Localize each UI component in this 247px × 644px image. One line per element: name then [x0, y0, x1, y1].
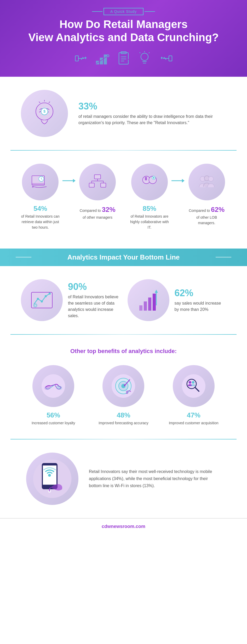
- text-62-sales: say sales would increase by more than 20…: [175, 300, 226, 313]
- comparison-32: Compared to 32% of other managers: [78, 164, 117, 220]
- hands-right-icon: [158, 51, 173, 66]
- section-comparison: 54% of Retail Innovators can retrieve da…: [0, 151, 247, 249]
- svg-point-46: [37, 298, 39, 300]
- svg-rect-30: [101, 183, 106, 187]
- text-54: of Retail Innovators can retrieve data w…: [21, 214, 60, 230]
- benefit-loyalty: 56% Increased customer loyalty: [21, 365, 86, 426]
- main-title: How Do Retail Managers View Analytics an…: [5, 18, 242, 44]
- svg-rect-5: [119, 53, 128, 64]
- svg-rect-52: [139, 305, 142, 311]
- svg-rect-3: [104, 55, 107, 64]
- footer: cdwnewsroom.com: [0, 518, 247, 535]
- svg-point-77: [48, 474, 51, 477]
- impact-62: 62% say sales would increase by more tha…: [128, 279, 226, 321]
- benefit-forecasting: 48% Improved forecasting accuracy: [91, 365, 156, 426]
- search-people-icon: [173, 365, 215, 407]
- clipboard-icon: [116, 51, 131, 66]
- stat-row-33: $ 33% of retail managers consider the ab…: [21, 90, 226, 137]
- pct-48: 48%: [91, 411, 156, 419]
- pct-54: 54%: [21, 205, 60, 213]
- svg-point-10: [141, 53, 148, 60]
- svg-point-47: [41, 300, 43, 302]
- svg-rect-53: [144, 301, 147, 311]
- footer-url: cdwnewsroom.com: [5, 524, 242, 529]
- svg-point-48: [45, 295, 47, 297]
- label-47: Improved customer acquisition: [161, 420, 226, 426]
- svg-point-64: [121, 384, 125, 388]
- arrow-right-2: [171, 177, 185, 185]
- analytics-banner: Analytics Impact Your Bottom Line: [0, 249, 247, 266]
- label-48: Improved forecasting accuracy: [91, 420, 156, 426]
- text-90: of Retail Innovators believe the seamles…: [68, 294, 120, 319]
- svg-line-12: [149, 52, 150, 53]
- svg-rect-14: [169, 56, 172, 61]
- svg-rect-54: [148, 298, 151, 311]
- svg-point-72: [192, 381, 194, 384]
- target-icon: [102, 365, 144, 407]
- svg-rect-55: [153, 294, 156, 311]
- org-chart-icon: [79, 164, 116, 200]
- benefits-title: Other top benefits of analytics include:: [21, 348, 226, 355]
- chart-icon: [95, 51, 111, 66]
- svg-marker-27: [73, 179, 76, 183]
- svg-line-13: [140, 52, 140, 53]
- text-85: of Retail Innovators are highly collabor…: [130, 214, 169, 230]
- handshake-icon: [32, 365, 74, 407]
- svg-rect-0: [75, 56, 78, 61]
- pct-85: 85%: [130, 205, 169, 213]
- section-analytics-impact: $ 90% of Retail Innovators believe the s…: [0, 266, 247, 334]
- svg-line-19: [49, 102, 50, 103]
- section-33-percent: $ 33% of retail managers consider the ab…: [0, 77, 247, 150]
- svg-point-49: [49, 293, 51, 295]
- analytics-sales-icon: $: [21, 279, 63, 321]
- compared-to-label-2: Compared to 62% of other LOB managers.: [187, 205, 226, 226]
- svg-rect-67: [126, 391, 128, 394]
- compared-to-label-1: Compared to 32% of other managers: [78, 205, 117, 220]
- header-section: A Quick Study How Do Retail Managers Vie…: [0, 0, 247, 77]
- impact-row: $ 90% of Retail Innovators believe the s…: [21, 279, 226, 321]
- svg-point-4: [107, 55, 109, 57]
- collaboration-icon: [131, 164, 168, 200]
- stat-33-content: 33% of retail managers consider the abil…: [78, 101, 226, 126]
- benefits-grid: 56% Increased customer loyalty: [21, 365, 226, 426]
- data-retrieve-icon: [22, 164, 59, 200]
- impact-62-content: 62% say sales would increase by more tha…: [175, 288, 226, 313]
- svg-rect-28: [94, 175, 101, 179]
- section-benefits: Other top benefits of analytics include:…: [0, 335, 247, 439]
- pct-32: 32%: [102, 206, 116, 213]
- svg-rect-29: [89, 183, 94, 187]
- stat-33-text: of retail managers consider the ability …: [78, 113, 226, 126]
- svg-point-38: [153, 177, 154, 179]
- impact-90: $ 90% of Retail Innovators believe the s…: [21, 279, 120, 321]
- svg-rect-39: [145, 177, 147, 180]
- comparison-62-people: Compared to 62% of other LOB managers.: [187, 164, 226, 226]
- badge: A Quick Study: [104, 8, 143, 15]
- impact-90-content: 90% of Retail Innovators believe the sea…: [68, 281, 120, 319]
- banner-text: Analytics Impact Your Bottom Line: [10, 253, 237, 261]
- svg-point-44: [208, 176, 213, 181]
- svg-text:$: $: [43, 109, 45, 113]
- pct-90: 90%: [68, 281, 120, 292]
- people-icon: [188, 164, 225, 200]
- svg-text:$: $: [35, 304, 36, 307]
- stat-33-pct: 33%: [78, 101, 226, 112]
- brain-dollar-icon: $: [21, 90, 68, 137]
- svg-point-58: [42, 374, 65, 398]
- hands-left-icon: [74, 51, 90, 66]
- pct-47: 47%: [161, 411, 226, 419]
- header-icons: [5, 51, 242, 66]
- comparison-54: 54% of Retail Innovators can retrieve da…: [21, 164, 60, 230]
- section-mobile: Retail Innovators say their most well-re…: [0, 439, 247, 518]
- mobile-text: Retail Innovators say their most well-re…: [89, 468, 221, 489]
- label-56: Increased customer loyalty: [21, 420, 86, 426]
- svg-marker-41: [182, 179, 185, 183]
- comparison-grid: 54% of Retail Innovators can retrieve da…: [21, 164, 226, 230]
- pct-62-lob: 62%: [211, 206, 225, 213]
- svg-line-20: [39, 102, 40, 103]
- growth-chart-icon: [128, 279, 169, 321]
- svg-rect-22: [32, 183, 44, 185]
- arrow-right-1: [62, 177, 76, 185]
- lightbulb-icon: [137, 51, 152, 66]
- pct-62-sales: 62%: [175, 288, 226, 299]
- mobile-phone-icon: [26, 453, 78, 505]
